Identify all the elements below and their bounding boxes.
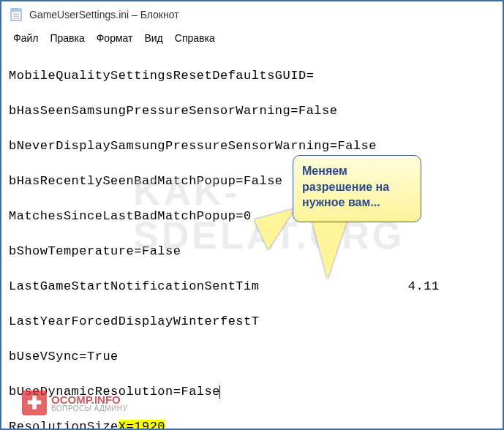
site-logo: ✚ OCOMP.INFO ВОПРОСЫ АДМИНУ bbox=[22, 391, 127, 415]
highlight: X=1920 bbox=[119, 420, 165, 430]
svg-rect-1 bbox=[11, 9, 21, 12]
menu-view[interactable]: Вид bbox=[140, 31, 167, 45]
menu-help[interactable]: Справка bbox=[170, 31, 219, 45]
logo-badge-icon: ✚ bbox=[22, 391, 47, 415]
menu-file[interactable]: Файл bbox=[9, 31, 42, 45]
menu-edit[interactable]: Правка bbox=[45, 31, 89, 45]
text-line: MatchesSinceLastBadMatchPopup=0 bbox=[9, 208, 495, 225]
menu-bar: Файл Правка Формат Вид Справка bbox=[1, 28, 503, 50]
text-cursor bbox=[219, 385, 220, 399]
logo-title: OCOMP.INFO bbox=[51, 394, 127, 405]
text-line: bHasSeenSamsungPressureSensorWarning=Fal… bbox=[9, 102, 495, 120]
logo-subtitle: ВОПРОСЫ АДМИНУ bbox=[51, 405, 127, 412]
text-line: LastGameStartNotificationSentTimxxxxxxxx… bbox=[9, 278, 495, 295]
editor-content[interactable]: MobileQualitySettingsResetDefaultsGUID= … bbox=[1, 50, 503, 430]
text-line: bNeverDisplaySamsungPressureSensorWarnin… bbox=[9, 137, 495, 155]
title-bar: GameUserSettings.ini – Блокнот bbox=[1, 1, 503, 28]
text-line: ResolutionSizeX=1920 bbox=[9, 418, 495, 430]
notepad-icon bbox=[9, 7, 23, 22]
text-line: LastYearForcedDisplayWinterfestT bbox=[9, 313, 495, 331]
text-line: MobileQualitySettingsResetDefaultsGUID= bbox=[9, 67, 495, 85]
window-title: GameUserSettings.ini – Блокнот bbox=[29, 9, 179, 20]
text-line: bUseVSync=True bbox=[9, 348, 495, 366]
menu-format[interactable]: Формат bbox=[92, 31, 138, 45]
text-line: bShowTemperature=False bbox=[9, 243, 495, 260]
annotation-callout: Меняем разрешение на нужное вам... bbox=[293, 155, 421, 222]
text-line: bHasRecentlySeenBadMatchPopup=False bbox=[9, 173, 495, 190]
